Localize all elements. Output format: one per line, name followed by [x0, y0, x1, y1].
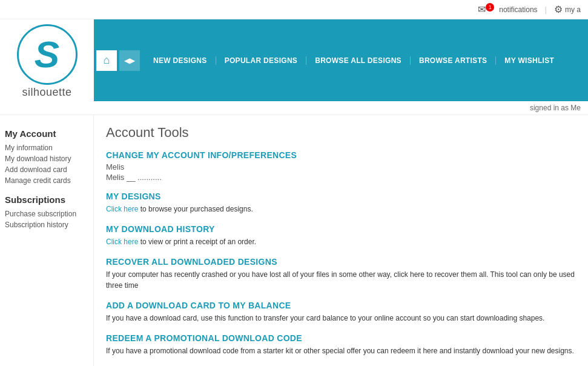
gear-icon: ⚙ [554, 4, 563, 15]
notification-count: 1 [486, 3, 494, 12]
user-name: Melis [106, 162, 576, 171]
nav-wishlist[interactable]: MY WISHLIST [496, 56, 563, 65]
sidebar-my-information[interactable]: My information [5, 142, 88, 153]
sidebar-subscription-history[interactable]: Subscription history [5, 219, 88, 230]
nav-new-designs[interactable]: NEW DESIGNS [145, 56, 216, 65]
my-designs-link[interactable]: Click here [106, 205, 138, 213]
my-designs-desc: Click here to browse your purchased desi… [106, 204, 576, 215]
section-add-download-card[interactable]: ADD A DOWNLOAD CARD TO MY BALANCE [106, 301, 576, 310]
section-my-designs[interactable]: MY DESIGNS [106, 191, 576, 201]
logo-area: S silhouette [0, 19, 94, 101]
notifications-btn[interactable]: ✉ 1 notifications [478, 4, 537, 15]
section-recover-designs[interactable]: RECOVER ALL DOWNLOADED DESIGNS [106, 257, 576, 267]
home-button[interactable]: ⌂ [96, 50, 117, 71]
my-account-label: my a [565, 5, 581, 14]
arrow-icon: ◀▶ [124, 56, 135, 65]
section-download-history[interactable]: MY DOWNLOAD HISTORY [106, 224, 576, 234]
add-download-card-desc: If you have a download card, use this fu… [106, 313, 576, 324]
nav-browse-artists[interactable]: BROWSE ARTISTS [411, 56, 496, 65]
sidebar-manage-credit-cards[interactable]: Manage credit cards [5, 175, 88, 186]
sidebar-add-download-card[interactable]: Add download card [5, 164, 88, 175]
my-designs-desc-text: to browse your purchased designs. [138, 205, 253, 213]
signed-in-text: signed in as Me [530, 104, 581, 112]
nav-browse-all[interactable]: BROWSE ALL DESIGNS [306, 56, 411, 65]
home-icon: ⌂ [104, 54, 110, 67]
nav-arrow-button[interactable]: ◀▶ [119, 50, 140, 71]
main-layout: My Account My information My download hi… [0, 115, 588, 366]
nav-popular-designs[interactable]: POPULAR DESIGNS [216, 56, 307, 65]
header-divider: | [545, 5, 547, 14]
sidebar-download-history[interactable]: My download history [5, 153, 88, 164]
sidebar-my-account-title: My Account [5, 128, 88, 139]
user-email: Melis __ ........... [106, 173, 576, 182]
logo-letter: S [35, 36, 59, 73]
download-history-link[interactable]: Click here [106, 238, 138, 246]
header-top: ✉ 1 notifications | ⚙ my a [0, 0, 588, 19]
section-redeem-code[interactable]: REDEEM A PROMOTIONAL DOWNLOAD CODE [106, 333, 576, 343]
notifications-label: notifications [499, 5, 537, 14]
redeem-code-desc: If you have a promotional download code … [106, 345, 576, 356]
nav-main: ⌂ ◀▶ NEW DESIGNS POPULAR DESIGNS BROWSE … [94, 50, 588, 71]
download-history-desc: Click here to view or print a receipt of… [106, 236, 576, 247]
my-account-btn[interactable]: ⚙ my a [554, 4, 581, 15]
section-change-account[interactable]: CHANGE MY ACCOUNT INFO/PREFERENCES [106, 150, 576, 160]
recover-designs-desc: If your computer has recently crashed or… [106, 269, 576, 291]
logo-name: silhouette [22, 86, 71, 99]
envelope-icon: ✉ [478, 4, 486, 15]
page-title: Account Tools [106, 125, 576, 141]
signed-in-bar: signed in as Me [0, 101, 588, 115]
download-history-desc-text: to view or print a receipt of an order. [138, 238, 256, 246]
sidebar-purchase-subscription[interactable]: Purchase subscription [5, 208, 88, 219]
logo-circle[interactable]: S [17, 24, 78, 85]
sidebar: My Account My information My download hi… [0, 115, 94, 366]
sidebar-subscriptions-title: Subscriptions [5, 195, 88, 205]
header-nav-row: S silhouette ⌂ ◀▶ NEW DESIGNS POPULAR DE… [0, 19, 588, 101]
nav-links: NEW DESIGNS POPULAR DESIGNS BROWSE ALL D… [145, 56, 563, 65]
content-area: Account Tools CHANGE MY ACCOUNT INFO/PRE… [94, 115, 588, 366]
